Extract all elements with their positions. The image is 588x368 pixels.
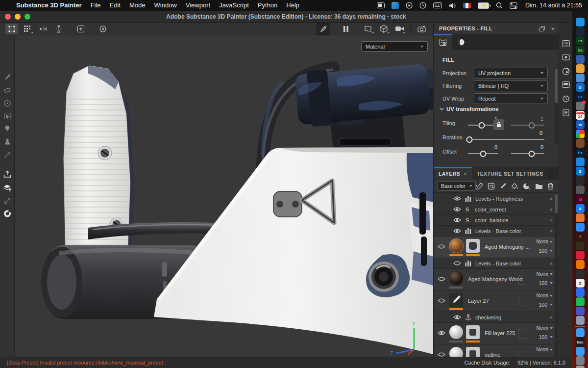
- dock-calendar[interactable]: 14: [576, 111, 585, 120]
- layer-row-layer-27[interactable]: Layer 27Norm100: [434, 290, 559, 312]
- opacity-dropdown[interactable]: 100: [539, 302, 553, 308]
- french-flag-input-icon[interactable]: [463, 3, 471, 8]
- visibility-eye-icon[interactable]: [438, 244, 445, 249]
- tab-material-properties[interactable]: [452, 34, 470, 50]
- menu-window[interactable]: Window: [150, 0, 181, 11]
- resources-updater-icon[interactable]: [3, 197, 11, 205]
- add-paint-layer-icon[interactable]: [499, 183, 507, 190]
- remove-effect-icon[interactable]: ×: [550, 228, 553, 234]
- remove-effect-icon[interactable]: ×: [550, 261, 553, 266]
- layers-scrollbar[interactable]: [555, 193, 558, 357]
- window-title-bar[interactable]: Adobe Substance 3D Painter (Substance Ed…: [0, 11, 572, 23]
- opacity-dropdown[interactable]: 100: [539, 334, 553, 340]
- display-icon[interactable]: [377, 2, 385, 8]
- spotlight-search-icon[interactable]: [496, 2, 503, 9]
- mirror-horizontal-button[interactable]: [37, 24, 49, 34]
- slider-handle[interactable]: [480, 151, 487, 157]
- layer-row-outline[interactable]: outlineNorm100: [434, 344, 559, 357]
- substance-resource-icon[interactable]: [3, 210, 11, 218]
- tab-fill-properties[interactable]: [434, 34, 452, 50]
- filtering-dropdown[interactable]: Bilinear | HQ: [474, 80, 548, 91]
- menu-mode[interactable]: Mode: [125, 0, 150, 11]
- clone-tool-icon[interactable]: [3, 138, 11, 145]
- slider-track[interactable]: [511, 153, 544, 154]
- layer-row-aged-mahogany-wood[interactable]: Aged Mahogany WoodNorm100: [434, 268, 559, 290]
- visibility-eye-icon[interactable]: [438, 352, 445, 357]
- dock-finder[interactable]: [576, 18, 585, 26]
- add-folder-icon[interactable]: [535, 183, 543, 189]
- effect-row-levels-base-color[interactable]: Levels - Base color×: [434, 258, 559, 268]
- layer-thumbnail[interactable]: [449, 325, 463, 339]
- menu-clock[interactable]: Dim. 14 août à 21:55: [524, 2, 582, 9]
- camera-view-button[interactable]: [393, 24, 406, 34]
- menu-file[interactable]: File: [86, 0, 105, 11]
- effect-row-color-balance[interactable]: Scolor_balance×: [434, 214, 559, 225]
- properties-scrollbar[interactable]: [555, 68, 558, 144]
- tiling-mode-button[interactable]: [21, 24, 34, 34]
- dock-spotify[interactable]: [576, 297, 585, 306]
- remove-effect-icon[interactable]: ×: [550, 196, 553, 202]
- close-panel-icon[interactable]: ×: [551, 26, 555, 31]
- layer-row-aged-mahogany-[interactable]: Aged Mahogany ...Norm100: [434, 236, 559, 258]
- slider-handle[interactable]: [529, 151, 535, 157]
- remove-effect-icon[interactable]: ×: [550, 217, 553, 223]
- 3d-view-button[interactable]: [377, 24, 390, 34]
- dock-blue-arc-app[interactable]: [576, 288, 585, 297]
- dock-photoshop[interactable]: Ps: [576, 148, 585, 157]
- projection-tool-icon[interactable]: [3, 100, 11, 107]
- dock-bae-app[interactable]: bae: [576, 338, 585, 346]
- uv-wrap-dropdown[interactable]: Repeat: [474, 93, 548, 104]
- visibility-eye-icon[interactable]: [438, 298, 445, 303]
- transform-tool-button[interactable]: [5, 24, 18, 34]
- remove-effect-icon[interactable]: ×: [550, 315, 553, 320]
- layer-thumbnail[interactable]: [449, 271, 463, 285]
- visibility-eye-icon[interactable]: [453, 196, 461, 201]
- menu-python[interactable]: Python: [253, 0, 282, 11]
- slider-handle[interactable]: [529, 122, 535, 129]
- dock-arc-app[interactable]: [576, 74, 585, 82]
- shader-material-dropdown[interactable]: Material: [361, 41, 428, 52]
- visibility-eye-icon[interactable]: [453, 261, 461, 266]
- dock-lightroom[interactable]: Lr: [576, 92, 585, 101]
- minimize-window-button[interactable]: [15, 14, 21, 20]
- layer-name[interactable]: Layer 27: [468, 298, 489, 304]
- slider-track[interactable]: [468, 139, 544, 140]
- mask-thumbnail[interactable]: [466, 347, 480, 357]
- visibility-eye-icon[interactable]: [453, 228, 461, 234]
- mask-thumbnail[interactable]: [466, 325, 480, 339]
- remove-effect-icon[interactable]: ×: [550, 207, 553, 212]
- dock-archive-app[interactable]: [576, 356, 585, 365]
- dock-settings[interactable]: [576, 102, 585, 110]
- opacity-dropdown[interactable]: 100: [539, 280, 553, 286]
- menu-viewport[interactable]: Viewport: [181, 0, 215, 11]
- history-icon[interactable]: [562, 95, 569, 103]
- play-circle-icon[interactable]: [406, 2, 413, 9]
- menu-app-name[interactable]: Substance 3D Painter: [12, 0, 86, 11]
- tab-layers[interactable]: LAYERS ×: [434, 167, 472, 180]
- keyboard-icon[interactable]: [433, 2, 442, 8]
- undock-panel-icon[interactable]: [539, 26, 545, 31]
- dock-app-store[interactable]: A: [576, 204, 585, 213]
- add-effect-icon[interactable]: [476, 183, 483, 190]
- slider-handle[interactable]: [478, 122, 485, 129]
- perspective-view-button[interactable]: [362, 24, 374, 34]
- dock-preview-app[interactable]: [576, 316, 585, 325]
- delete-layer-icon[interactable]: [547, 183, 554, 190]
- mask-slot[interactable]: [518, 243, 527, 252]
- add-smart-mask-icon[interactable]: [523, 183, 531, 190]
- shader-settings-icon[interactable]: [562, 68, 569, 75]
- blend-mode-dropdown[interactable]: Norm: [537, 271, 553, 277]
- uv-transformations-header[interactable]: UV transformations: [440, 106, 499, 112]
- effect-row-levels-base-color[interactable]: Levels - Base color×: [434, 225, 559, 236]
- pause-engine-button[interactable]: [340, 24, 352, 34]
- dock-hand-app[interactable]: [576, 176, 585, 185]
- dock-zoom[interactable]: [576, 223, 585, 232]
- dock-substance-painter[interactable]: Pt: [576, 36, 585, 45]
- polygon-fill-tool-icon[interactable]: [3, 112, 11, 120]
- dock-vlc[interactable]: [576, 213, 585, 222]
- opacity-dropdown[interactable]: 100: [539, 248, 553, 254]
- menu-edit[interactable]: Edit: [105, 0, 125, 11]
- visibility-eye-icon[interactable]: [453, 207, 461, 212]
- blend-mode-dropdown[interactable]: Norm: [537, 293, 553, 298]
- layer-name[interactable]: Fill layer 225: [485, 330, 515, 336]
